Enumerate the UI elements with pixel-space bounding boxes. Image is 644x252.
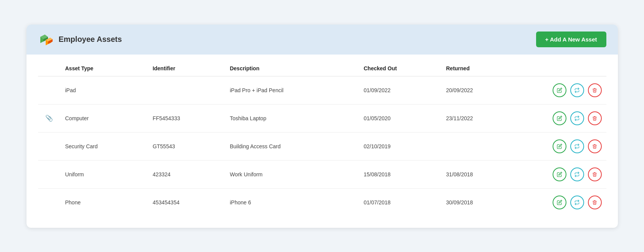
edit-button[interactable] — [553, 111, 566, 125]
row-asset-type: Uniform — [60, 160, 148, 188]
col-header-checked-out: Checked Out — [359, 58, 441, 76]
table-row: iPadiPad Pro + iPad Pencil01/09/202220/0… — [38, 76, 606, 104]
row-actions — [524, 188, 606, 216]
edit-button[interactable] — [553, 196, 566, 209]
row-identifier: 423324 — [148, 160, 225, 188]
transfer-button[interactable] — [570, 83, 584, 97]
row-returned: 31/08/2018 — [441, 160, 523, 188]
row-checked-out: 15/08/2018 — [359, 160, 441, 188]
row-description: iPhone 6 — [225, 188, 359, 216]
delete-button[interactable] — [588, 167, 602, 181]
paperclip-icon: 📎 — [45, 115, 53, 121]
row-actions — [524, 160, 606, 188]
row-identifier: 453454354 — [148, 188, 225, 216]
table-row: Security CardGT55543Building Access Card… — [38, 132, 606, 160]
table-header-row: Asset Type Identifier Description Checke… — [38, 58, 606, 76]
transfer-button[interactable] — [570, 196, 584, 209]
edit-button[interactable] — [553, 83, 566, 97]
row-checked-out: 02/10/2019 — [359, 132, 441, 160]
row-returned: 23/11/2022 — [441, 104, 523, 132]
row-returned — [441, 132, 523, 160]
col-header-returned: Returned — [441, 58, 523, 76]
row-actions — [524, 132, 606, 160]
row-icon-cell — [38, 76, 61, 104]
assets-table-container: Asset Type Identifier Description Checke… — [26, 55, 618, 228]
delete-button[interactable] — [588, 83, 602, 97]
page-header: Employee Assets + Add A New Asset — [26, 25, 618, 55]
col-header-description: Description — [225, 58, 359, 76]
row-actions — [524, 76, 606, 104]
col-header-identifier: Identifier — [148, 58, 225, 76]
row-returned: 20/09/2022 — [441, 76, 523, 104]
row-asset-type: Security Card — [60, 132, 148, 160]
transfer-button[interactable] — [570, 111, 584, 125]
table-row: 📎ComputerFF5454333Toshiba Laptop01/05/20… — [38, 104, 606, 132]
col-header-actions — [524, 58, 606, 76]
employee-assets-card: Employee Assets + Add A New Asset Asset … — [26, 25, 618, 228]
row-icon-cell — [38, 188, 61, 216]
header-left: Employee Assets — [38, 32, 122, 48]
row-checked-out: 01/05/2020 — [359, 104, 441, 132]
row-asset-type: Computer — [60, 104, 148, 132]
edit-button[interactable] — [553, 139, 566, 153]
row-description: iPad Pro + iPad Pencil — [225, 76, 359, 104]
page-title: Employee Assets — [59, 35, 122, 44]
delete-button[interactable] — [588, 196, 602, 209]
table-row: Phone453454354iPhone 601/07/201830/09/20… — [38, 188, 606, 216]
col-header-icon — [38, 58, 61, 76]
row-asset-type: Phone — [60, 188, 148, 216]
row-identifier: FF5454333 — [148, 104, 225, 132]
row-identifier: GT55543 — [148, 132, 225, 160]
table-row: Uniform423324Work Uniform15/08/201831/08… — [38, 160, 606, 188]
transfer-button[interactable] — [570, 139, 584, 153]
col-header-asset-type: Asset Type — [60, 58, 148, 76]
assets-table: Asset Type Identifier Description Checke… — [38, 58, 606, 216]
row-icon-cell — [38, 132, 61, 160]
row-icon-cell: 📎 — [38, 104, 61, 132]
delete-button[interactable] — [588, 139, 602, 153]
row-description: Toshiba Laptop — [225, 104, 359, 132]
row-asset-type: iPad — [60, 76, 148, 104]
edit-button[interactable] — [553, 167, 566, 181]
row-identifier — [148, 76, 225, 104]
row-description: Work Uniform — [225, 160, 359, 188]
delete-button[interactable] — [588, 111, 602, 125]
add-new-asset-button[interactable]: + Add A New Asset — [536, 32, 606, 47]
transfer-button[interactable] — [570, 167, 584, 181]
row-checked-out: 01/09/2022 — [359, 76, 441, 104]
row-returned: 30/09/2018 — [441, 188, 523, 216]
row-checked-out: 01/07/2018 — [359, 188, 441, 216]
row-icon-cell — [38, 160, 61, 188]
app-logo — [38, 32, 54, 48]
row-actions — [524, 104, 606, 132]
row-description: Building Access Card — [225, 132, 359, 160]
